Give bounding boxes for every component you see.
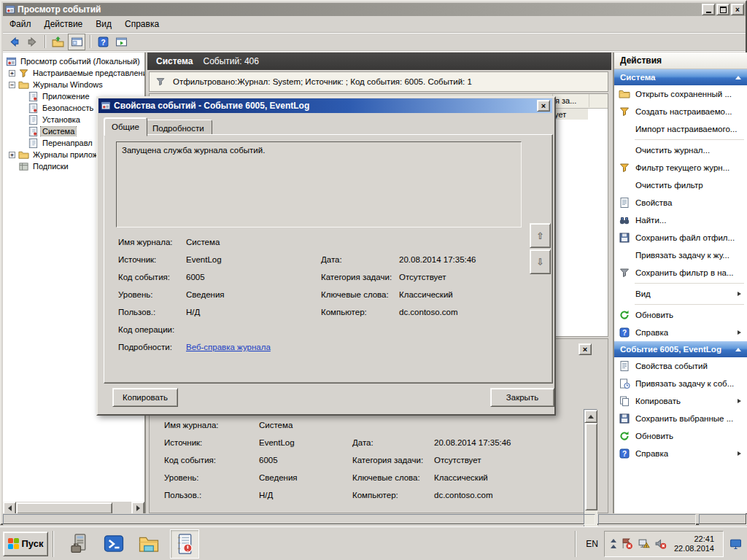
action-save-selected-events[interactable]: Сохранить выбранные ... — [614, 410, 747, 427]
show-action-pane-button[interactable] — [113, 34, 129, 50]
collapse-section-icon[interactable] — [735, 76, 741, 79]
up-arrow-icon — [588, 415, 594, 419]
action-clear-log[interactable]: Очистить журнал... — [614, 141, 747, 159]
previous-event-button[interactable]: ⇧ — [530, 223, 551, 248]
next-event-button[interactable]: ⇩ — [530, 249, 551, 274]
server-manager-taskbar-icon[interactable] — [65, 530, 93, 558]
filter-icon — [619, 106, 630, 117]
filter-icon — [155, 77, 166, 87]
opcode-label: Код операции: — [118, 325, 186, 334]
event-viewer-taskbar-icon[interactable] — [170, 529, 199, 559]
dialog-titlebar[interactable]: Свойства событий - Событие 6005, EventLo… — [98, 98, 552, 113]
level-label: Уровень: — [164, 473, 259, 482]
action-clear-filter[interactable]: Очистить фильтр — [614, 176, 747, 194]
menubar: Файл Действие Вид Справка — [3, 16, 746, 33]
show-desktop-button[interactable] — [728, 537, 743, 551]
server-manager-icon — [68, 533, 90, 555]
expand-icon[interactable] — [9, 152, 15, 158]
action-refresh[interactable]: Обновить — [614, 306, 747, 324]
action-copy[interactable]: Копировать — [614, 392, 747, 410]
tree-item-custom-views[interactable]: Настраиваемые представлени — [3, 67, 144, 79]
restore-button[interactable] — [716, 4, 729, 15]
copy-button[interactable]: Копировать — [112, 388, 178, 407]
action-create-custom-view[interactable]: Создать настраиваемо... — [614, 103, 747, 120]
log-icon — [28, 138, 39, 149]
tree-item-windows-logs[interactable]: Журналы Windows — [3, 79, 144, 90]
tab-general[interactable]: Общие — [104, 117, 147, 136]
log-icon — [28, 126, 39, 137]
action-open-saved-log[interactable]: Открыть сохраненный ... — [614, 85, 747, 103]
minimize-button[interactable] — [702, 4, 715, 15]
scroll-left-button[interactable] — [3, 502, 16, 513]
start-button[interactable]: Пуск — [3, 532, 48, 556]
action-save-filtered-log[interactable]: Сохранить файл отфил... — [614, 229, 747, 246]
action-attach-task-to-event[interactable]: Привязать задачу к соб... — [614, 375, 747, 392]
event-message-box[interactable]: Запущена служба журнала событий. — [116, 141, 522, 228]
preview-close-button[interactable] — [578, 343, 592, 355]
scrollbar-thumb[interactable] — [585, 423, 597, 510]
scrollbar-thumb[interactable] — [16, 502, 112, 513]
dlg-user-row: Пользов.: Н/Д Компьютер: dc.contoso.com — [118, 303, 458, 321]
action-help-event[interactable]: Справка — [614, 445, 747, 462]
export-button[interactable] — [50, 34, 66, 50]
menu-help[interactable]: Справка — [118, 17, 166, 31]
dialog-close-button[interactable] — [537, 100, 550, 112]
menu-action[interactable]: Действие — [38, 17, 90, 31]
dlg-level-row: Уровень: Сведения Ключевые слова: Класси… — [118, 286, 453, 303]
back-icon — [8, 36, 20, 48]
column-task-category[interactable]: я за... — [552, 94, 589, 107]
volume-muted-icon[interactable] — [654, 537, 667, 550]
tree-horizontal-scrollbar[interactable] — [3, 502, 144, 513]
event-row-cell[interactable]: ует — [552, 109, 588, 120]
event-id-label: Код события: — [164, 456, 259, 464]
action-center-icon[interactable] — [621, 537, 633, 550]
action-help[interactable]: Справка — [614, 324, 747, 341]
action-properties[interactable]: Свойства — [614, 194, 747, 211]
event-log-online-help-link[interactable]: Веб-справка журнала — [186, 343, 271, 351]
network-status-icon[interactable] — [638, 537, 650, 550]
scroll-up-button[interactable] — [584, 410, 597, 423]
actions-section-system[interactable]: Система — [614, 69, 747, 85]
dlg-details-row: Подробности: Веб-справка журнала — [118, 338, 271, 356]
desktop: Просмотр событий × Файл Действие Вид Спр… — [0, 0, 747, 560]
category-label: Категория задачи: — [352, 456, 434, 464]
help-icon — [97, 36, 109, 48]
save-icon — [619, 413, 630, 424]
scroll-right-button[interactable] — [131, 502, 144, 513]
event-id-value: 6005 — [259, 456, 352, 464]
action-view[interactable]: Вид — [614, 285, 747, 303]
powershell-taskbar-icon[interactable] — [100, 530, 128, 558]
action-event-properties[interactable]: Свойства событий — [614, 357, 747, 375]
show-hidden-icons-button[interactable] — [611, 539, 616, 548]
help-button[interactable] — [95, 34, 111, 50]
collapse-section-icon[interactable] — [735, 348, 741, 351]
action-pane-icon — [115, 36, 128, 48]
action-find[interactable]: Найти... — [614, 211, 747, 229]
expand-icon[interactable] — [9, 70, 15, 77]
action-filter-current-log[interactable]: Фильтр текущего журн... — [614, 159, 747, 176]
action-save-filter-to-view[interactable]: Сохранить фильтр в на... — [614, 264, 747, 281]
menu-file[interactable]: Файл — [3, 17, 38, 31]
back-button[interactable] — [6, 34, 22, 50]
forward-button[interactable] — [24, 34, 40, 50]
actions-section-event[interactable]: Событие 6005, EventLog — [614, 341, 747, 357]
user-value: Н/Д — [259, 491, 352, 499]
collapse-icon[interactable] — [9, 82, 15, 88]
action-attach-task-to-log[interactable]: Привязать задачу к жу... — [614, 246, 747, 264]
toolbar-separator — [90, 35, 90, 48]
close-button[interactable]: × — [731, 4, 744, 15]
dlg-event-id-row: Код события: 6005 Категория задачи: Отсу… — [118, 268, 446, 286]
action-import-custom-view[interactable]: Импорт настраиваемого... — [614, 120, 747, 138]
window-titlebar[interactable]: Просмотр событий × — [3, 3, 746, 16]
language-indicator[interactable]: EN — [580, 539, 604, 549]
clock[interactable]: 22:41 22.08.2014 — [671, 534, 717, 553]
explorer-taskbar-icon[interactable] — [135, 530, 163, 558]
menu-view[interactable]: Вид — [89, 17, 118, 31]
open-folder-icon — [619, 88, 630, 100]
action-refresh-event[interactable]: Обновить — [614, 427, 747, 445]
filter-save-icon — [619, 267, 630, 279]
show-console-tree-button[interactable] — [68, 34, 85, 50]
close-dialog-button[interactable]: Закрыть — [490, 388, 554, 407]
tree-item-root[interactable]: Просмотр событий (Локальный) — [3, 55, 144, 67]
forward-icon — [26, 36, 39, 48]
